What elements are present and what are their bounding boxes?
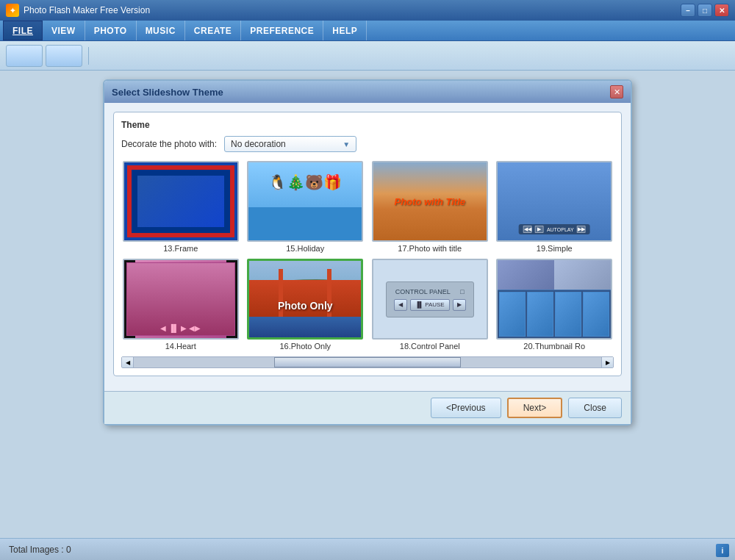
theme-item-control-panel[interactable]: CONTROL PANEL □ ◀ ▐▌ PAUSE [370, 259, 490, 351]
app-icon: ✦ [6, 4, 19, 17]
theme-item-frame[interactable]: 13.Frame [121, 161, 240, 253]
minimize-button[interactable]: – [681, 4, 695, 17]
theme-label-simple: 19.Simple [537, 244, 573, 253]
menu-preference[interactable]: Preference [241, 21, 323, 40]
thumbnail-grid: 13.Frame 🐧🎄🐻🎁 15.Holiday [121, 161, 614, 351]
toolbar [0, 41, 735, 71]
theme-preview-control-panel: CONTROL PANEL □ ◀ ▐▌ PAUSE [372, 259, 488, 340]
theme-header: Theme [121, 120, 614, 130]
prev-button[interactable]: <Previous [431, 398, 501, 418]
menu-music[interactable]: Music [137, 21, 185, 40]
menu-bar: File View Photo Music Create Preference … [0, 21, 735, 41]
toolbar-btn-1[interactable] [6, 45, 43, 67]
theme-label-photo-title: 17.Photo with title [398, 244, 462, 253]
content-area: Select Slideshow Theme ✕ Theme Decorate … [0, 71, 735, 560]
decoration-dropdown[interactable]: No decoration ▼ [224, 136, 356, 152]
dialog-footer: <Previous Next> Close [104, 391, 631, 424]
theme-label-holiday: 15.Holiday [286, 244, 324, 253]
theme-item-holiday[interactable]: 🐧🎄🐻🎁 15.Holiday [246, 161, 365, 253]
status-bar: Total Images : 0 i [0, 538, 735, 560]
photo-title-overlay-text: Photo with Title [394, 196, 465, 207]
app-window: ✦ Photo Flash Maker Free Version – □ ✕ F… [0, 0, 735, 560]
theme-panel: Theme Decorate the photo with: No decora… [113, 112, 622, 376]
menu-create[interactable]: Create [185, 21, 241, 40]
dialog-body: Theme Decorate the photo with: No decora… [104, 103, 631, 385]
theme-item-heart[interactable]: ◀ ▐▌ ▶ ◀▶ 14.Heart [121, 259, 240, 351]
theme-label-control-panel: 18.Control Panel [400, 342, 460, 351]
theme-label-photo-only: 16.Photo Only [279, 342, 331, 351]
scrollbar-right-arrow[interactable]: ▶ [601, 357, 613, 367]
theme-preview-simple: ◀◀ ▶ AUTOPLAY ▶▶ [496, 161, 612, 242]
decoration-value: No decoration [231, 139, 286, 149]
theme-label-thumbnail: 20.Thumbnail Ro [523, 342, 585, 351]
theme-item-thumbnail[interactable]: 20.Thumbnail Ro [495, 259, 614, 351]
dialog-titlebar: Select Slideshow Theme ✕ [104, 81, 631, 103]
theme-preview-frame [123, 161, 239, 242]
decoration-row: Decorate the photo with: No decoration ▼ [121, 136, 614, 152]
menu-photo[interactable]: Photo [85, 21, 137, 40]
theme-label-heart: 14.Heart [165, 342, 196, 351]
next-button[interactable]: Next> [507, 398, 563, 418]
scrollbar-track[interactable] [134, 357, 601, 367]
theme-preview-heart: ◀ ▐▌ ▶ ◀▶ [123, 259, 239, 340]
decoration-label: Decorate the photo with: [121, 139, 217, 149]
dialog-title: Select Slideshow Theme [112, 87, 223, 98]
theme-item-photo-title[interactable]: Photo with Title 17.Photo with title [370, 161, 490, 253]
dialog-select-theme: Select Slideshow Theme ✕ Theme Decorate … [103, 79, 632, 426]
photo-only-text: Photo Only [278, 300, 333, 312]
theme-item-photo-only[interactable]: Photo Only 16.Photo Only [246, 259, 365, 351]
scrollbar-left-arrow[interactable]: ◀ [122, 357, 134, 367]
dialog-close-footer-button[interactable]: Close [568, 398, 622, 418]
app-title: Photo Flash Maker Free Version [24, 5, 681, 15]
status-icon: i [716, 544, 729, 557]
theme-preview-holiday: 🐧🎄🐻🎁 [247, 161, 363, 242]
theme-preview-photo-title: Photo with Title [372, 161, 488, 242]
theme-preview-thumbnail [496, 259, 612, 340]
toolbar-sep [88, 47, 89, 65]
status-text: Total Images : 0 [9, 545, 71, 555]
window-controls: – □ ✕ [681, 4, 729, 17]
thumbnail-scrollbar[interactable]: ◀ ▶ [121, 356, 614, 368]
title-bar: ✦ Photo Flash Maker Free Version – □ ✕ [0, 0, 735, 21]
toolbar-btn-2[interactable] [46, 45, 82, 67]
menu-file[interactable]: File [3, 21, 43, 40]
menu-help[interactable]: Help [323, 21, 367, 40]
scrollbar-thumb[interactable] [274, 357, 461, 367]
dialog-close-button[interactable]: ✕ [610, 85, 623, 98]
dropdown-arrow-icon: ▼ [343, 140, 350, 148]
menu-view[interactable]: View [43, 21, 85, 40]
maximize-button[interactable]: □ [698, 4, 712, 17]
theme-label-frame: 13.Frame [163, 244, 198, 253]
theme-preview-photo-only: Photo Only [247, 259, 363, 340]
theme-item-simple[interactable]: ◀◀ ▶ AUTOPLAY ▶▶ 19.Simple [495, 161, 614, 253]
close-button[interactable]: ✕ [714, 4, 729, 17]
